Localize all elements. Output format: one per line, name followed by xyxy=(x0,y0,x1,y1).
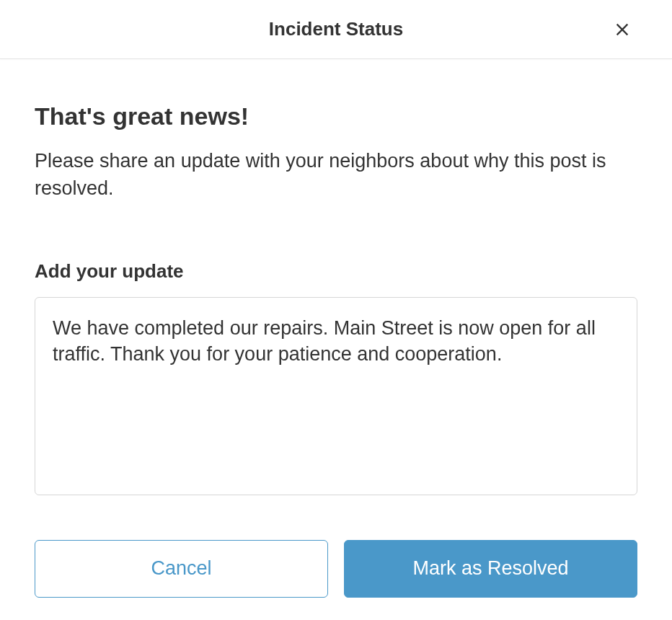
close-icon xyxy=(614,22,630,37)
page-description: Please share an update with your neighbo… xyxy=(35,148,637,203)
close-button[interactable] xyxy=(609,16,636,43)
mark-resolved-button[interactable]: Mark as Resolved xyxy=(344,540,637,598)
modal-header: Incident Status xyxy=(0,0,672,59)
button-row: Cancel Mark as Resolved xyxy=(35,540,637,598)
page-heading: That's great news! xyxy=(35,102,637,130)
cancel-button[interactable]: Cancel xyxy=(35,540,328,598)
update-textarea[interactable] xyxy=(35,297,637,495)
modal-title: Incident Status xyxy=(269,18,403,40)
update-field-label: Add your update xyxy=(35,260,637,283)
modal-body: That's great news! Please share an updat… xyxy=(0,59,672,620)
